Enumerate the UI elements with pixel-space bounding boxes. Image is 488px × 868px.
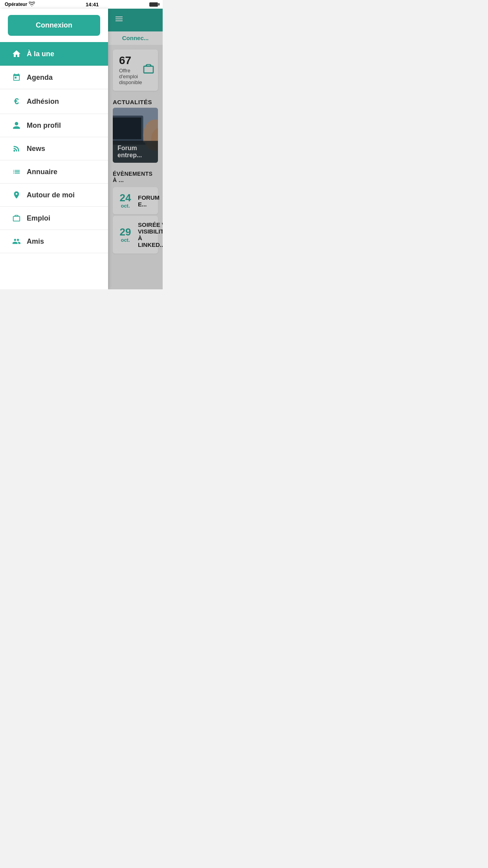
sidebar-item-amis[interactable]: Amis [0,230,108,253]
sidebar-overlay[interactable] [108,9,163,289]
sidebar-header: Connexion [0,9,108,42]
svg-point-0 [13,150,15,152]
rss-icon [9,144,24,153]
sidebar-label-news: News [27,145,45,153]
sidebar-label-mon-profil: Mon profil [27,121,61,130]
sidebar-item-autour-de-moi[interactable]: Autour de moi [0,184,108,207]
euro-icon: € [9,96,24,107]
status-right [149,2,158,7]
sidebar-item-a-la-une[interactable]: À la une [0,42,108,66]
sidebar-label-amis: Amis [27,237,44,246]
home-icon [9,49,24,59]
wifi-icon [29,2,35,7]
sidebar-label-a-la-une: À la une [27,50,54,58]
app-layout: Connexion À la une Agenda [0,9,163,289]
sidebar-nav: À la une Agenda € Adhésion [0,42,108,289]
list-icon [9,167,24,176]
status-left: Opérateur [5,2,35,7]
calendar-icon [9,73,24,82]
location-icon [9,191,24,199]
status-bar: Opérateur 14:41 [0,0,163,9]
sidebar-label-autour-de-moi: Autour de moi [27,191,75,199]
sidebar-item-news[interactable]: News [0,137,108,160]
sidebar-label-agenda: Agenda [27,74,53,82]
sidebar: Connexion À la une Agenda [0,9,108,289]
battery-icon [149,2,158,7]
sidebar-item-agenda[interactable]: Agenda [0,66,108,89]
status-time: 14:41 [86,2,99,7]
sidebar-label-annuaire: Annuaire [27,168,57,176]
sidebar-label-adhesion: Adhésion [27,97,59,106]
sidebar-label-emploi: Emploi [27,214,50,223]
operator-label: Opérateur [5,2,27,7]
sidebar-item-adhesion[interactable]: € Adhésion [0,89,108,114]
briefcase-icon [9,214,24,223]
group-icon [9,237,24,246]
sidebar-item-mon-profil[interactable]: Mon profil [0,114,108,137]
person-icon [9,121,24,130]
sidebar-item-emploi[interactable]: Emploi [0,207,108,230]
connexion-button[interactable]: Connexion [8,15,100,36]
sidebar-item-annuaire[interactable]: Annuaire [0,160,108,184]
